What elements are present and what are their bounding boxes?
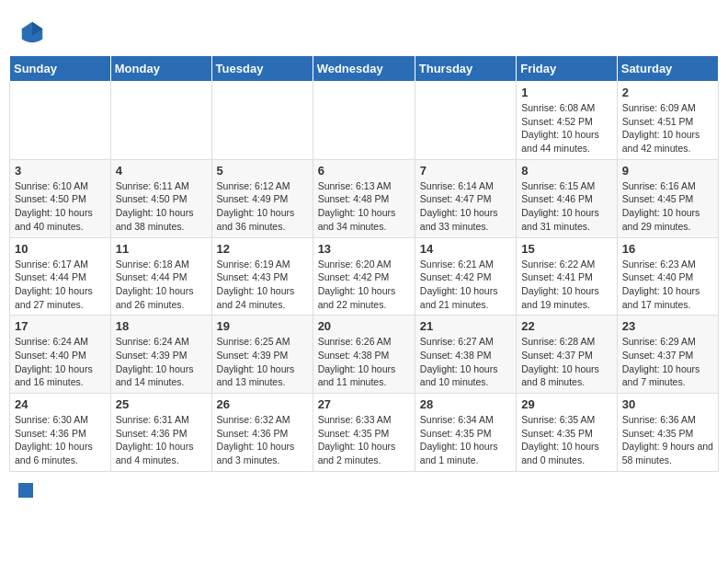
calendar-day-cell: 21Sunrise: 6:27 AM Sunset: 4:38 PM Dayli… <box>415 316 516 394</box>
calendar-day-cell: 1Sunrise: 6:08 AM Sunset: 4:52 PM Daylig… <box>517 82 618 160</box>
day-info: Sunrise: 6:17 AM Sunset: 4:44 PM Dayligh… <box>15 258 106 312</box>
calendar-day-cell <box>211 82 313 160</box>
day-number: 6 <box>318 164 410 178</box>
day-number: 7 <box>420 164 511 178</box>
day-info: Sunrise: 6:11 AM Sunset: 4:50 PM Dayligh… <box>116 179 207 234</box>
day-number: 21 <box>420 319 511 333</box>
calendar-day-cell: 6Sunrise: 6:13 AM Sunset: 4:48 PM Daylig… <box>313 159 415 237</box>
calendar-header-row: SundayMondayTuesdayWednesdayThursdayFrid… <box>10 56 719 82</box>
day-number: 27 <box>318 397 410 411</box>
day-info: Sunrise: 6:08 AM Sunset: 4:52 PM Dayligh… <box>521 101 612 155</box>
calendar-day-cell <box>10 82 111 160</box>
day-info: Sunrise: 6:12 AM Sunset: 4:49 PM Dayligh… <box>217 179 308 234</box>
calendar-day-cell: 18Sunrise: 6:24 AM Sunset: 4:39 PM Dayli… <box>110 316 211 394</box>
calendar-day-cell: 17Sunrise: 6:24 AM Sunset: 4:40 PM Dayli… <box>10 316 111 394</box>
day-info: Sunrise: 6:27 AM Sunset: 4:38 PM Dayligh… <box>420 335 511 389</box>
day-info: Sunrise: 6:31 AM Sunset: 4:36 PM Dayligh… <box>116 413 207 467</box>
day-info: Sunrise: 6:23 AM Sunset: 4:40 PM Dayligh… <box>622 258 713 312</box>
calendar-day-cell: 23Sunrise: 6:29 AM Sunset: 4:37 PM Dayli… <box>617 316 718 394</box>
calendar-day-cell: 2Sunrise: 6:09 AM Sunset: 4:51 PM Daylig… <box>617 82 718 160</box>
day-info: Sunrise: 6:22 AM Sunset: 4:41 PM Dayligh… <box>521 258 612 312</box>
calendar-day-cell <box>415 82 516 160</box>
day-number: 4 <box>116 164 207 178</box>
day-number: 15 <box>521 242 612 256</box>
calendar-day-cell: 29Sunrise: 6:35 AM Sunset: 4:35 PM Dayli… <box>517 394 618 472</box>
calendar-day-cell: 8Sunrise: 6:15 AM Sunset: 4:46 PM Daylig… <box>517 159 618 237</box>
day-info: Sunrise: 6:29 AM Sunset: 4:37 PM Dayligh… <box>622 335 713 389</box>
calendar-day-cell: 30Sunrise: 6:36 AM Sunset: 4:35 PM Dayli… <box>617 394 718 472</box>
day-info: Sunrise: 6:13 AM Sunset: 4:48 PM Dayligh… <box>318 179 410 234</box>
day-number: 26 <box>217 397 308 411</box>
day-info: Sunrise: 6:32 AM Sunset: 4:36 PM Dayligh… <box>217 413 308 467</box>
day-number: 9 <box>622 164 713 178</box>
day-info: Sunrise: 6:24 AM Sunset: 4:39 PM Dayligh… <box>116 335 207 389</box>
day-info: Sunrise: 6:15 AM Sunset: 4:46 PM Dayligh… <box>521 179 612 234</box>
calendar-day-cell: 26Sunrise: 6:32 AM Sunset: 4:36 PM Dayli… <box>211 394 313 472</box>
day-info: Sunrise: 6:36 AM Sunset: 4:35 PM Dayligh… <box>622 413 713 467</box>
day-number: 12 <box>217 242 308 256</box>
day-number: 16 <box>622 242 713 256</box>
day-info: Sunrise: 6:25 AM Sunset: 4:39 PM Dayligh… <box>217 335 308 389</box>
calendar-day-cell: 22Sunrise: 6:28 AM Sunset: 4:37 PM Dayli… <box>517 316 618 394</box>
day-info: Sunrise: 6:19 AM Sunset: 4:43 PM Dayligh… <box>217 258 308 312</box>
day-info: Sunrise: 6:14 AM Sunset: 4:47 PM Dayligh… <box>420 179 511 234</box>
calendar-week-row: 3Sunrise: 6:10 AM Sunset: 4:50 PM Daylig… <box>10 159 719 237</box>
legend <box>9 479 719 501</box>
page-header <box>9 9 719 51</box>
day-info: Sunrise: 6:10 AM Sunset: 4:50 PM Dayligh… <box>15 179 106 234</box>
calendar-week-row: 10Sunrise: 6:17 AM Sunset: 4:44 PM Dayli… <box>10 237 719 316</box>
day-number: 29 <box>521 397 612 411</box>
logo <box>18 18 50 46</box>
day-info: Sunrise: 6:34 AM Sunset: 4:35 PM Dayligh… <box>420 413 511 467</box>
day-number: 20 <box>318 319 410 333</box>
calendar-day-cell: 27Sunrise: 6:33 AM Sunset: 4:35 PM Dayli… <box>313 394 415 472</box>
day-info: Sunrise: 6:33 AM Sunset: 4:35 PM Dayligh… <box>318 413 410 467</box>
day-info: Sunrise: 6:24 AM Sunset: 4:40 PM Dayligh… <box>15 335 106 389</box>
calendar-day-cell: 10Sunrise: 6:17 AM Sunset: 4:44 PM Dayli… <box>10 237 111 316</box>
day-number: 25 <box>116 397 207 411</box>
legend-color-box <box>18 483 33 498</box>
calendar-weekday-header: Thursday <box>415 56 516 82</box>
calendar-day-cell: 16Sunrise: 6:23 AM Sunset: 4:40 PM Dayli… <box>617 237 718 316</box>
calendar-day-cell: 5Sunrise: 6:12 AM Sunset: 4:49 PM Daylig… <box>211 159 313 237</box>
calendar-day-cell: 25Sunrise: 6:31 AM Sunset: 4:36 PM Dayli… <box>110 394 211 472</box>
calendar-weekday-header: Tuesday <box>211 56 313 82</box>
calendar-weekday-header: Friday <box>517 56 618 82</box>
day-number: 19 <box>217 319 308 333</box>
day-number: 28 <box>420 397 511 411</box>
calendar-day-cell: 15Sunrise: 6:22 AM Sunset: 4:41 PM Dayli… <box>517 237 618 316</box>
day-info: Sunrise: 6:21 AM Sunset: 4:42 PM Dayligh… <box>420 258 511 312</box>
calendar-week-row: 17Sunrise: 6:24 AM Sunset: 4:40 PM Dayli… <box>10 316 719 394</box>
calendar-day-cell: 19Sunrise: 6:25 AM Sunset: 4:39 PM Dayli… <box>211 316 313 394</box>
day-info: Sunrise: 6:09 AM Sunset: 4:51 PM Dayligh… <box>622 101 713 155</box>
day-number: 2 <box>622 86 713 99</box>
logo-icon <box>18 18 46 46</box>
day-info: Sunrise: 6:20 AM Sunset: 4:42 PM Dayligh… <box>318 258 410 312</box>
day-number: 10 <box>15 242 106 256</box>
calendar-day-cell: 24Sunrise: 6:30 AM Sunset: 4:36 PM Dayli… <box>10 394 111 472</box>
calendar-week-row: 1Sunrise: 6:08 AM Sunset: 4:52 PM Daylig… <box>10 82 719 160</box>
calendar-weekday-header: Monday <box>110 56 211 82</box>
day-number: 11 <box>116 242 207 256</box>
day-number: 23 <box>622 319 713 333</box>
calendar-day-cell: 20Sunrise: 6:26 AM Sunset: 4:38 PM Dayli… <box>313 316 415 394</box>
day-number: 13 <box>318 242 410 256</box>
day-number: 30 <box>622 397 713 411</box>
day-number: 18 <box>116 319 207 333</box>
calendar-weekday-header: Wednesday <box>313 56 415 82</box>
day-number: 3 <box>15 164 106 178</box>
calendar-day-cell: 14Sunrise: 6:21 AM Sunset: 4:42 PM Dayli… <box>415 237 516 316</box>
day-number: 22 <box>521 319 612 333</box>
calendar-day-cell: 11Sunrise: 6:18 AM Sunset: 4:44 PM Dayli… <box>110 237 211 316</box>
calendar-day-cell: 4Sunrise: 6:11 AM Sunset: 4:50 PM Daylig… <box>110 159 211 237</box>
day-number: 1 <box>521 86 612 99</box>
day-info: Sunrise: 6:26 AM Sunset: 4:38 PM Dayligh… <box>318 335 410 389</box>
calendar-day-cell: 28Sunrise: 6:34 AM Sunset: 4:35 PM Dayli… <box>415 394 516 472</box>
calendar-weekday-header: Sunday <box>10 56 111 82</box>
calendar-day-cell: 3Sunrise: 6:10 AM Sunset: 4:50 PM Daylig… <box>10 159 111 237</box>
day-info: Sunrise: 6:18 AM Sunset: 4:44 PM Dayligh… <box>116 258 207 312</box>
calendar-table: SundayMondayTuesdayWednesdayThursdayFrid… <box>9 55 719 472</box>
calendar-day-cell: 12Sunrise: 6:19 AM Sunset: 4:43 PM Dayli… <box>211 237 313 316</box>
calendar-day-cell: 13Sunrise: 6:20 AM Sunset: 4:42 PM Dayli… <box>313 237 415 316</box>
day-number: 5 <box>217 164 308 178</box>
